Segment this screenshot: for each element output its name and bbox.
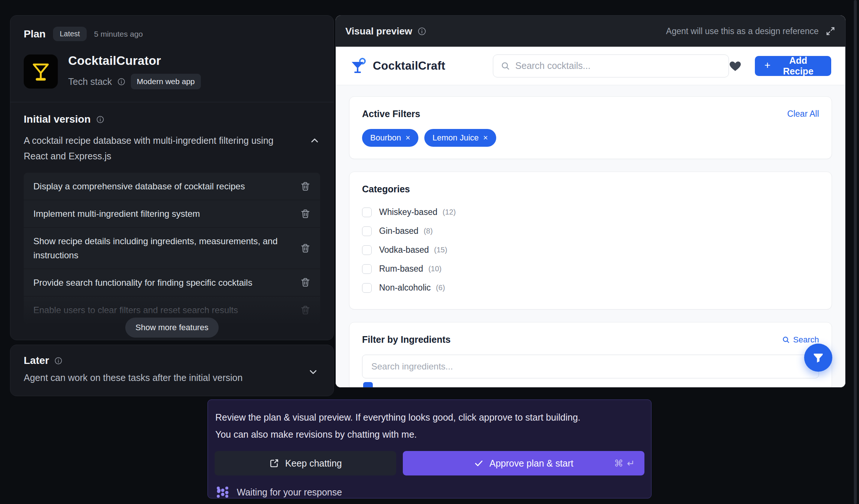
cocktail-search-input[interactable] bbox=[515, 60, 721, 71]
filter-chip-label: Lemon Juice bbox=[432, 133, 479, 143]
scrollbar[interactable] bbox=[854, 0, 857, 504]
feature-row[interactable]: Provide search functionality for finding… bbox=[24, 269, 320, 296]
feature-row[interactable]: Show recipe details including ingredient… bbox=[24, 228, 320, 269]
add-recipe-button[interactable]: + Add Recipe bbox=[755, 56, 831, 76]
status-row: Waiting for your response bbox=[215, 485, 644, 499]
category-count: (15) bbox=[434, 246, 447, 254]
app-summary: CocktailCurator Tech stack Modern web ap… bbox=[24, 54, 320, 89]
app-logo bbox=[24, 54, 58, 89]
ingredient-search-input[interactable] bbox=[371, 361, 810, 372]
filter-chip[interactable]: Bourbon × bbox=[362, 129, 418, 147]
ingredients-card: Filter by Ingredients Search bbox=[349, 322, 832, 388]
category-count: (6) bbox=[436, 284, 445, 292]
active-filters-title: Active Filters bbox=[362, 109, 420, 119]
cmd-key-icon: ⌘ bbox=[614, 458, 623, 469]
later-panel: Later Agent can work on these tasks afte… bbox=[10, 345, 334, 396]
feature-text: Display a comprehensive database of cock… bbox=[33, 179, 245, 193]
info-icon[interactable] bbox=[417, 27, 427, 36]
category-count: (10) bbox=[428, 265, 442, 273]
info-icon[interactable] bbox=[96, 115, 105, 124]
visual-preview-panel: Visual preview Agent will use this as a … bbox=[335, 15, 846, 388]
category-row[interactable]: Non-alcoholic (6) bbox=[362, 278, 819, 297]
info-icon[interactable] bbox=[117, 77, 126, 86]
cocktail-search-box[interactable] bbox=[493, 54, 729, 77]
feature-row[interactable]: Implement multi-ingredient filtering sys… bbox=[24, 200, 320, 228]
trash-icon[interactable] bbox=[300, 181, 311, 192]
approve-plan-button[interactable]: Approve plan & start ⌘ ↵ bbox=[403, 451, 644, 475]
filter-chip-label: Bourbon bbox=[370, 133, 401, 143]
ingredients-search-link[interactable]: Search bbox=[782, 335, 819, 345]
favorites-heart-icon[interactable] bbox=[729, 60, 742, 72]
preview-body: Active Filters Clear All Bourbon × Lemon… bbox=[336, 85, 845, 388]
ingredient-search-box[interactable] bbox=[362, 355, 819, 378]
category-checkbox[interactable] bbox=[362, 264, 372, 274]
category-label: Vodka-based bbox=[379, 245, 429, 255]
martini-glass-icon bbox=[30, 61, 52, 82]
cocktail-glass-icon bbox=[350, 57, 367, 74]
plan-panel: Plan Latest 5 minutes ago CocktailCurato… bbox=[10, 15, 334, 340]
preview-title: Visual preview bbox=[345, 26, 412, 37]
category-checkbox[interactable] bbox=[362, 208, 372, 217]
keep-chatting-button[interactable]: Keep chatting bbox=[215, 451, 396, 475]
trash-icon[interactable] bbox=[300, 243, 311, 253]
category-label: Whiskey-based bbox=[379, 207, 437, 217]
agent-logo-icon bbox=[215, 485, 229, 499]
trash-icon[interactable] bbox=[300, 305, 311, 315]
plan-header: Plan Latest 5 minutes ago bbox=[24, 27, 320, 41]
category-row[interactable]: Whiskey-based (12) bbox=[362, 203, 819, 222]
chevron-up-icon[interactable] bbox=[309, 135, 320, 164]
info-icon[interactable] bbox=[54, 357, 63, 365]
trash-icon[interactable] bbox=[300, 277, 311, 288]
filter-fab-button[interactable] bbox=[804, 344, 832, 372]
status-text: Waiting for your response bbox=[237, 487, 342, 498]
feature-text: Implement multi-ingredient filtering sys… bbox=[33, 207, 200, 220]
category-row[interactable]: Vodka-based (15) bbox=[362, 241, 819, 259]
remove-chip-icon[interactable]: × bbox=[483, 133, 488, 143]
category-row[interactable]: Gin-based (8) bbox=[362, 222, 819, 241]
keyboard-shortcut: ⌘ ↵ bbox=[614, 458, 635, 469]
feature-text: Provide search functionality for finding… bbox=[33, 276, 252, 289]
category-checkbox[interactable] bbox=[362, 226, 372, 236]
category-count: (12) bbox=[442, 208, 456, 216]
clear-all-link[interactable]: Clear All bbox=[787, 109, 819, 119]
category-count: (8) bbox=[424, 227, 432, 235]
latest-badge[interactable]: Latest bbox=[53, 27, 86, 41]
category-checkbox[interactable] bbox=[362, 283, 372, 293]
cocktailcraft-navbar: CocktailCraft + Add Recipe bbox=[336, 47, 845, 85]
cocktailcraft-brand: CocktailCraft bbox=[350, 57, 445, 74]
category-row[interactable]: Rum-based (10) bbox=[362, 259, 819, 278]
feature-list: Display a comprehensive database of cock… bbox=[24, 173, 320, 324]
filter-chip[interactable]: Lemon Juice × bbox=[424, 129, 496, 147]
enter-key-icon: ↵ bbox=[627, 458, 635, 469]
check-icon bbox=[474, 458, 484, 468]
tech-stack-label: Tech stack bbox=[68, 76, 112, 87]
categories-title: Categories bbox=[362, 184, 410, 194]
later-title: Later bbox=[24, 355, 49, 367]
show-more-features-button[interactable]: Show more features bbox=[125, 318, 219, 338]
divider bbox=[10, 102, 334, 102]
remove-chip-icon[interactable]: × bbox=[405, 133, 410, 143]
design-reference-hint: Agent will use this as a design referenc… bbox=[666, 26, 819, 36]
trash-icon[interactable] bbox=[300, 209, 311, 219]
category-checkbox[interactable] bbox=[362, 245, 372, 255]
initial-version-description: A cocktail recipe database with multi-in… bbox=[24, 133, 287, 164]
chevron-down-icon[interactable] bbox=[308, 367, 319, 378]
expand-icon[interactable] bbox=[825, 26, 836, 36]
initial-version-title: Initial version bbox=[24, 113, 91, 125]
search-icon bbox=[501, 61, 510, 71]
app-name: CocktailCurator bbox=[68, 54, 201, 68]
feature-text: Enable users to clear filters and reset … bbox=[33, 303, 238, 317]
dialog-message: Review the plan & visual preview. If eve… bbox=[215, 409, 644, 443]
approval-dialog: Review the plan & visual preview. If eve… bbox=[208, 399, 651, 498]
tech-stack-badge[interactable]: Modern web app bbox=[131, 74, 200, 89]
categories-card: Categories Whiskey-based (12) Gin-based … bbox=[349, 172, 832, 309]
brand-name: CocktailCraft bbox=[373, 59, 445, 73]
plus-icon: + bbox=[765, 59, 770, 71]
filter-chips: Bourbon × Lemon Juice × bbox=[362, 129, 819, 147]
feature-row[interactable]: Display a comprehensive database of cock… bbox=[24, 173, 320, 200]
plan-timestamp: 5 minutes ago bbox=[94, 30, 143, 39]
category-label: Gin-based bbox=[379, 226, 418, 236]
funnel-icon bbox=[812, 352, 824, 364]
preview-header: Visual preview Agent will use this as a … bbox=[336, 16, 845, 47]
checked-checkbox[interactable] bbox=[363, 382, 373, 388]
